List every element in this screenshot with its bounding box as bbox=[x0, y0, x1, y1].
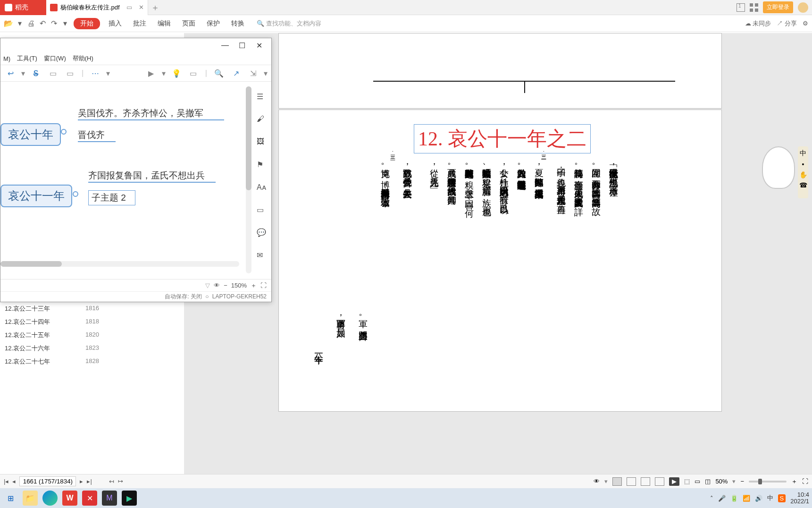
zoom-in[interactable]: ＋ bbox=[791, 477, 797, 486]
zoom-in-icon[interactable]: ＋ bbox=[251, 281, 257, 290]
flag-icon[interactable]: ⚑ bbox=[257, 160, 267, 170]
menu-tools[interactable]: 工具(T) bbox=[17, 54, 37, 63]
continuous-icon[interactable] bbox=[627, 477, 636, 486]
tab-edit[interactable]: 编辑 bbox=[153, 19, 176, 28]
assistant-opt[interactable]: • bbox=[802, 161, 804, 168]
format-icon[interactable]: 🖌 bbox=[257, 115, 267, 125]
undo-icon[interactable]: ↶ bbox=[38, 19, 47, 28]
back-icon[interactable]: ↩ bbox=[4, 68, 17, 78]
start-button[interactable]: ⊞ bbox=[3, 491, 18, 506]
outline-item[interactable]: 12.哀公二十四年1818 bbox=[0, 315, 104, 329]
outline-item[interactable]: 12.哀公二十六年1823 bbox=[0, 342, 104, 355]
tray-chevron-icon[interactable]: ˄ bbox=[710, 495, 713, 502]
apps-grid-icon[interactable] bbox=[750, 3, 758, 12]
hscrollbar[interactable] bbox=[0, 261, 239, 267]
outline-item[interactable]: 12.哀公二十七年1828 bbox=[0, 355, 104, 368]
tray-wifi-icon[interactable]: 📶 bbox=[743, 495, 750, 502]
minimize-icon[interactable]: — bbox=[217, 41, 234, 50]
tab-review[interactable]: 批注 bbox=[128, 19, 151, 28]
node-year11-child2[interactable]: 子主题 2 bbox=[88, 190, 135, 205]
menu-window[interactable]: 窗口(W) bbox=[44, 54, 66, 63]
share-icon[interactable]: ↗ bbox=[230, 68, 242, 78]
vscroll-thumb[interactable] bbox=[246, 86, 251, 190]
open-icon[interactable]: 📂 bbox=[4, 19, 13, 28]
slideshow-icon[interactable]: ▶ bbox=[669, 477, 679, 486]
node-year10-child2[interactable]: 晋伐齐 bbox=[78, 129, 116, 142]
avatar-icon[interactable] bbox=[798, 2, 808, 13]
layout-icon[interactable]: ▭ bbox=[187, 68, 200, 78]
open-dropdown-icon[interactable]: ▾ bbox=[15, 19, 25, 28]
node-year11[interactable]: 哀公十一年 bbox=[0, 185, 72, 207]
menu-help[interactable]: 帮助(H) bbox=[73, 54, 93, 63]
fit-page-icon[interactable]: ▭ bbox=[695, 478, 700, 485]
close-tab-icon[interactable]: ✕ bbox=[139, 4, 144, 11]
image-icon[interactable]: 🖼 bbox=[257, 137, 267, 148]
text-icon[interactable]: Aᴀ bbox=[257, 183, 267, 193]
node-year10[interactable]: 哀公十年 bbox=[0, 123, 61, 146]
document-tab[interactable]: 杨伯峻春秋左传注.pdf ▭ ✕ bbox=[46, 0, 148, 15]
more-dropdown-icon[interactable]: ▾ bbox=[60, 19, 70, 28]
zoom-value[interactable]: 50% bbox=[715, 478, 728, 485]
redo-icon[interactable]: ↷ bbox=[49, 19, 59, 28]
doc-icon[interactable]: ▭ bbox=[47, 68, 59, 78]
tray-volume-icon[interactable]: 🔊 bbox=[755, 495, 762, 502]
assistant-panel[interactable]: 中 • ✋ ☎ bbox=[798, 146, 808, 198]
eye-icon[interactable]: 👁 bbox=[214, 282, 220, 289]
mindmap-canvas[interactable]: 哀公十年 吴国伐齐。齐杀齐悼公，吴撤军 晋伐齐 哀公十一年 齐国报复鲁国，孟氏不… bbox=[0, 82, 271, 279]
tab-convert[interactable]: 转换 bbox=[226, 19, 249, 28]
two-page-icon[interactable] bbox=[641, 477, 650, 486]
outline-item[interactable]: 12.哀公二十三年1816 bbox=[0, 302, 104, 315]
task-icon[interactable]: ✉ bbox=[257, 251, 267, 261]
doc2-icon[interactable]: ▭ bbox=[64, 68, 76, 78]
page-input[interactable] bbox=[19, 476, 76, 486]
new-tab-button[interactable]: ＋ bbox=[148, 2, 162, 13]
assistant-opt[interactable]: 中 bbox=[800, 149, 806, 158]
zoom-out-icon[interactable]: − bbox=[224, 282, 227, 289]
strike-icon[interactable]: S̶ bbox=[30, 68, 42, 78]
login-button[interactable]: 立即登录 bbox=[763, 1, 793, 13]
mindmap-titlebar[interactable]: — ☐ ✕ bbox=[0, 38, 271, 52]
two-cont-icon[interactable] bbox=[655, 477, 664, 486]
read-mode-icon[interactable]: 👁 bbox=[594, 478, 600, 485]
node-year10-child1[interactable]: 吴国伐齐。齐杀齐悼公，吴撤军 bbox=[78, 107, 224, 120]
fit-icon[interactable]: ⛶ bbox=[260, 282, 267, 289]
find-icon[interactable]: 🔍 bbox=[213, 68, 225, 78]
tab-start[interactable]: 开始 bbox=[74, 18, 100, 29]
back-nav-icon[interactable]: ↤ bbox=[109, 478, 114, 485]
assistant-opt[interactable]: ☎ bbox=[799, 181, 807, 189]
export-icon[interactable]: ⇲ bbox=[247, 68, 259, 78]
window-mode-icon[interactable]: 1 bbox=[737, 3, 745, 12]
menu-m[interactable]: M) bbox=[3, 55, 10, 62]
tray-sogou-icon[interactable]: S bbox=[778, 494, 786, 502]
restore-icon[interactable]: ▭ bbox=[126, 4, 132, 11]
maximize-icon[interactable]: ☐ bbox=[234, 41, 251, 50]
close-icon[interactable]: ✕ bbox=[251, 41, 268, 50]
prev-page-icon[interactable]: ◂ bbox=[12, 478, 16, 485]
terminal-icon[interactable]: ▶ bbox=[122, 491, 137, 506]
outline-icon[interactable]: ☰ bbox=[257, 92, 267, 102]
fwd-nav-icon[interactable]: ↦ bbox=[118, 478, 123, 485]
fit-width-icon[interactable]: ⬚ bbox=[684, 478, 690, 485]
app5-icon[interactable]: M bbox=[102, 491, 117, 506]
tray-ime-icon[interactable]: 中 bbox=[767, 494, 773, 502]
filter-icon[interactable]: ▽ bbox=[205, 282, 210, 289]
single-page-icon[interactable] bbox=[612, 477, 622, 486]
assistant-opt[interactable]: ✋ bbox=[799, 171, 807, 178]
expand-dot[interactable] bbox=[61, 129, 67, 135]
tab-insert[interactable]: 插入 bbox=[104, 19, 126, 28]
last-page-icon[interactable]: ▸| bbox=[87, 478, 92, 485]
home-tab[interactable]: 稻壳 bbox=[0, 0, 46, 15]
xmind-icon[interactable]: ✕ bbox=[82, 491, 97, 506]
zoom-out[interactable]: − bbox=[740, 478, 744, 485]
next-page-icon[interactable]: ▸ bbox=[80, 478, 83, 485]
tab-protect[interactable]: 保护 bbox=[202, 19, 225, 28]
search-input[interactable]: 🔍查找功能、文档内容 bbox=[257, 19, 321, 28]
vscrollbar[interactable] bbox=[246, 86, 251, 273]
expand-dot[interactable] bbox=[73, 191, 78, 197]
node-year11-child1[interactable]: 齐国报复鲁国，孟氏不想出兵 bbox=[88, 169, 216, 183]
pdf-viewport[interactable]: 12. 哀公十一年之二 三·二 三·三 「能執干戈以衞社稷，可無殤也。」檀弓下亦… bbox=[184, 33, 812, 488]
print-icon[interactable]: 🖨 bbox=[26, 19, 36, 28]
more-icon[interactable]: ⋯ bbox=[89, 68, 101, 78]
wps-icon[interactable]: W bbox=[62, 491, 77, 506]
edge-icon[interactable] bbox=[42, 491, 58, 506]
